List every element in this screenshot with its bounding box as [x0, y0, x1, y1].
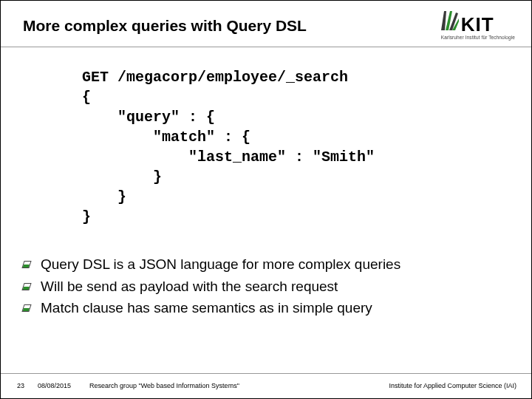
- kit-logo-text: KIT: [461, 16, 494, 33]
- kit-logo-mark: KIT: [441, 11, 515, 33]
- footer-divider: [1, 373, 532, 374]
- page-number: 23: [17, 382, 38, 389]
- list-item: Match clause has same semantics as in si…: [23, 299, 509, 318]
- footer-institute: Institute for Applied Computer Science (…: [389, 382, 516, 389]
- list-item: Will be send as payload with the search …: [23, 277, 509, 296]
- code-line: }: [82, 168, 162, 185]
- slide-header: More complex queries with Query DSL KIT …: [1, 1, 531, 52]
- bullet-list: Query DSL is a JSON language for more co…: [23, 255, 509, 318]
- bullet-icon: [21, 304, 31, 312]
- bullet-icon: [21, 261, 31, 268]
- code-line: "match" : {: [82, 129, 250, 146]
- bullet-text: Match clause has same semantics as in si…: [41, 299, 372, 318]
- code-line: "last_name" : "Smith": [82, 149, 375, 166]
- bullet-text: Will be send as payload with the search …: [41, 277, 338, 296]
- bullet-text: Query DSL is a JSON language for more co…: [41, 255, 400, 274]
- list-item: Query DSL is a JSON language for more co…: [23, 255, 509, 274]
- code-line: GET /megacorp/employee/_search: [82, 69, 348, 86]
- footer-date: 08/08/2015: [38, 382, 89, 389]
- slide-title: More complex queries with Query DSL: [23, 17, 509, 35]
- code-example: GET /megacorp/employee/_search { "query"…: [82, 67, 531, 227]
- code-line: }: [82, 188, 126, 205]
- footer-research-group: Research group "Web based Information Sy…: [89, 382, 389, 389]
- kit-logo-subtitle: Karlsruher Institut für Technologie: [441, 35, 515, 40]
- bullet-icon: [21, 283, 31, 290]
- kit-logo-fan-icon: [441, 11, 459, 33]
- code-line: "query" : {: [82, 109, 215, 126]
- kit-logo: KIT Karlsruher Institut für Technologie: [441, 11, 515, 40]
- code-line: }: [82, 208, 91, 225]
- slide-footer: 23 08/08/2015 Research group "Web based …: [1, 373, 532, 398]
- code-line: {: [82, 89, 91, 106]
- header-divider: [1, 47, 532, 47]
